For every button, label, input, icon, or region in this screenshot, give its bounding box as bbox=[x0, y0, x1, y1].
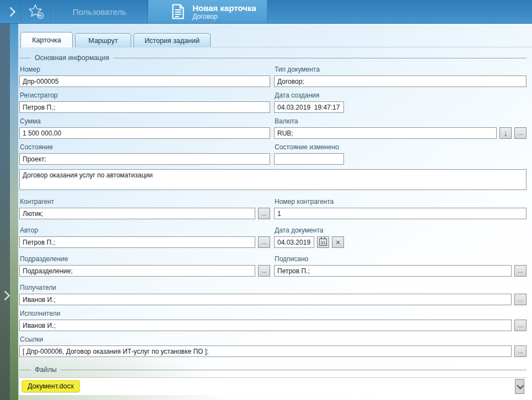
currency-lookup-button[interactable]: ... bbox=[514, 127, 526, 139]
state-changed-input[interactable] bbox=[274, 153, 344, 165]
form-row: Контрагент ... Номер контрагента bbox=[19, 198, 526, 219]
state-changed-label: Состояние изменено bbox=[275, 143, 526, 152]
card-content: Карточка Маршрут История заданий Основна… bbox=[18, 24, 532, 400]
ellipsis-icon: ... bbox=[518, 322, 523, 328]
recipients-input[interactable] bbox=[19, 294, 512, 305]
currency-dropdown-button[interactable]: ↓ bbox=[499, 127, 512, 139]
window-edge-strip bbox=[10, 24, 18, 400]
star-add-icon bbox=[28, 3, 45, 20]
active-tab-title: Новая карточка bbox=[192, 3, 256, 13]
ellipsis-icon: ... bbox=[518, 130, 523, 136]
amount-label: Сумма bbox=[20, 117, 270, 126]
add-favorite-button[interactable] bbox=[22, 0, 51, 23]
group-files-title: Файлы bbox=[31, 366, 61, 374]
form-row: Регистратор Дата создания bbox=[19, 91, 526, 113]
tab-new-card[interactable]: Новая карточка Договор bbox=[148, 0, 267, 23]
recipients-label: Получатели bbox=[20, 284, 526, 292]
executors-lookup-button[interactable]: ... bbox=[514, 320, 526, 331]
back-button[interactable] bbox=[0, 0, 22, 23]
tab-card[interactable]: Карточка bbox=[20, 32, 73, 47]
collapse-panel-handle[interactable] bbox=[0, 24, 10, 400]
doc-date-label: Дата документа bbox=[275, 226, 526, 235]
subject-textarea[interactable]: Договор оказания услуг по автоматизации bbox=[19, 169, 526, 190]
number-label: Номер bbox=[20, 66, 270, 74]
created-date-input[interactable] bbox=[274, 101, 344, 113]
executors-input[interactable] bbox=[19, 320, 512, 331]
counterparty-lookup-button[interactable]: ... bbox=[258, 208, 270, 219]
ellipsis-icon: ... bbox=[261, 210, 266, 217]
author-input[interactable] bbox=[19, 236, 255, 248]
group-files: Файлы bbox=[19, 366, 526, 374]
state-input[interactable] bbox=[19, 153, 270, 165]
links-lookup-button[interactable]: ... bbox=[514, 345, 526, 357]
expand-panel-icon bbox=[0, 290, 10, 300]
recipients-lookup-button[interactable]: ... bbox=[514, 294, 526, 305]
tab-task-history[interactable]: История заданий bbox=[133, 33, 211, 47]
close-icon: × bbox=[336, 239, 340, 246]
group-main-info-title: Основная информация bbox=[31, 54, 113, 62]
links-input[interactable] bbox=[19, 345, 512, 357]
currency-label: Валюта bbox=[275, 117, 526, 126]
clear-date-button[interactable]: × bbox=[332, 236, 344, 248]
form-row: Номер Тип документа bbox=[19, 66, 526, 87]
form-row: Сумма Валюта ↓ ... bbox=[19, 117, 526, 139]
department-input[interactable] bbox=[19, 265, 255, 277]
ellipsis-icon: ... bbox=[518, 268, 523, 274]
form-row: Автор ... Дата документа 31 bbox=[19, 226, 526, 248]
form-row: Ссылки ... bbox=[19, 336, 526, 357]
ellipsis-icon: ... bbox=[261, 239, 266, 245]
department-lookup-button[interactable]: ... bbox=[258, 265, 270, 277]
signed-label: Подписано bbox=[275, 255, 526, 263]
doc-type-input[interactable] bbox=[274, 75, 526, 87]
number-input[interactable] bbox=[19, 75, 270, 87]
tab-route[interactable]: Маршрут bbox=[75, 33, 131, 47]
doc-date-input[interactable] bbox=[274, 236, 314, 248]
state-label: Состояние bbox=[20, 143, 270, 152]
app-window: Пользователь Новая карточка Договор Карт… bbox=[0, 0, 532, 400]
counterparty-number-label: Номер контрагента bbox=[275, 198, 526, 206]
calendar-button[interactable]: 31 bbox=[317, 236, 329, 248]
active-tab-subtitle: Договор bbox=[192, 13, 256, 20]
ellipsis-icon: ... bbox=[518, 296, 523, 302]
chevron-right-icon bbox=[6, 7, 15, 17]
amount-input[interactable] bbox=[19, 127, 270, 139]
tab-route-label: Маршрут bbox=[88, 37, 117, 45]
counterparty-label: Контрагент bbox=[20, 198, 270, 206]
document-icon bbox=[171, 3, 185, 20]
form-row: Получатели ... bbox=[19, 284, 526, 305]
top-bar: Пользователь Новая карточка Договор bbox=[0, 0, 532, 24]
calendar-icon: 31 bbox=[319, 239, 327, 246]
form-row: Исполнители ... bbox=[19, 310, 526, 331]
card-form: Основная информация Номер Тип документа … bbox=[18, 47, 532, 395]
ellipsis-icon: ... bbox=[261, 268, 266, 274]
currency-input[interactable] bbox=[274, 127, 497, 139]
group-main-info: Основная информация bbox=[19, 54, 526, 62]
tab-user-label: Пользователь bbox=[73, 7, 126, 17]
file-item[interactable]: Документ.docx bbox=[22, 380, 80, 392]
tab-user[interactable]: Пользователь bbox=[51, 0, 148, 23]
signed-input[interactable] bbox=[274, 265, 512, 277]
tab-task-history-label: История заданий bbox=[144, 37, 200, 45]
form-row: Состояние Состояние изменено bbox=[19, 143, 526, 165]
signed-lookup-button[interactable]: ... bbox=[514, 265, 526, 277]
counterparty-number-input[interactable] bbox=[274, 208, 526, 219]
created-date-label: Дата создания bbox=[275, 91, 526, 100]
doc-type-label: Тип документа bbox=[275, 66, 526, 74]
card-tabstrip: Карточка Маршрут История заданий bbox=[18, 32, 532, 47]
form-row: Подразделение ... Подписано ... bbox=[19, 255, 526, 277]
files-expand-button[interactable] bbox=[515, 379, 524, 394]
chevron-down-icon bbox=[517, 382, 524, 390]
department-label: Подразделение bbox=[20, 255, 270, 263]
files-area: Документ.docx bbox=[19, 377, 526, 395]
counterparty-input[interactable] bbox=[19, 208, 255, 219]
executors-label: Исполнители bbox=[20, 310, 526, 318]
tabstrip-separator bbox=[18, 47, 532, 47]
ellipsis-icon: ... bbox=[518, 348, 523, 354]
author-lookup-button[interactable]: ... bbox=[258, 236, 270, 248]
registrar-input[interactable] bbox=[19, 101, 270, 113]
tab-card-label: Карточка bbox=[32, 36, 61, 44]
links-label: Ссылки bbox=[20, 336, 526, 344]
author-label: Автор bbox=[20, 226, 270, 235]
registrar-label: Регистратор bbox=[20, 91, 270, 100]
down-arrow-icon: ↓ bbox=[504, 129, 508, 137]
